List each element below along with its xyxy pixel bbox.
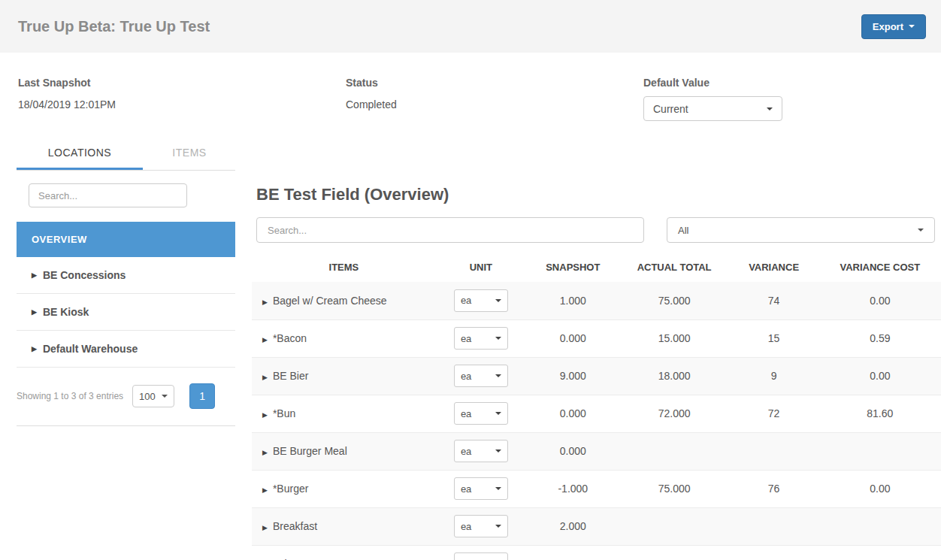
sidebar-location-item[interactable]: ▶ Default Warehouse — [17, 331, 235, 368]
showing-entries-text: Showing 1 to 3 of 3 entries — [17, 391, 123, 401]
unit-select[interactable]: ea — [454, 477, 508, 500]
caret-down-icon — [495, 374, 501, 377]
variance-value: 72 — [729, 395, 819, 432]
unit-select[interactable]: ea — [454, 515, 508, 537]
table-row: ▶BE Burger Meal ea 0.000 — [252, 432, 941, 470]
sidebar-search-input[interactable] — [29, 183, 187, 207]
table-row: ▶Bagel w/ Cream Cheese ea 1.000 75.000 7… — [252, 282, 941, 319]
table-row: ▶*Burger ea -1.000 75.000 76 0.00 — [252, 470, 941, 507]
table-row: ▶*Cheese ea 0.000 90.000 90 0.00 — [252, 545, 941, 560]
unit-value: ea — [461, 521, 471, 532]
export-button[interactable]: Export — [861, 14, 926, 39]
expand-caret-icon[interactable]: ▶ — [262, 411, 268, 419]
caret-down-icon — [495, 412, 501, 415]
tab-locations[interactable]: LOCATIONS — [17, 139, 143, 170]
caret-down-icon — [918, 229, 924, 232]
caret-down-icon — [495, 299, 501, 302]
content: OVERVIEW ▶ BE Concessions ▶ BE Kiosk ▶ D… — [0, 170, 941, 560]
default-value-select[interactable]: Current — [643, 96, 782, 121]
col-header-actual-total: ACTUAL TOTAL — [620, 256, 729, 282]
actual-total-value: 15.000 — [620, 319, 729, 357]
tab-items[interactable]: ITEMS — [143, 139, 236, 170]
variance-cost-value: 0.59 — [819, 319, 941, 357]
expand-caret-icon[interactable]: ▶ — [32, 346, 37, 353]
default-value-block: Default Value Current — [643, 77, 782, 121]
location-label: Default Warehouse — [43, 343, 138, 355]
snapshot-value: 0.000 — [526, 432, 620, 470]
unit-value: ea — [461, 483, 471, 495]
page-size-select[interactable]: 100 — [132, 385, 174, 407]
default-value-label: Default Value — [643, 77, 782, 89]
expand-caret-icon[interactable]: ▶ — [262, 336, 268, 344]
variance-value: 76 — [729, 470, 819, 507]
filter-selected-value: All — [678, 225, 688, 236]
app-header: True Up Beta: True Up Test Export — [0, 0, 941, 53]
table-row: ▶BE Bier ea 9.000 18.000 9 0.00 — [252, 357, 941, 395]
last-snapshot-block: Last Snapshot 18/04/2019 12:01PM — [18, 77, 346, 121]
expand-caret-icon[interactable]: ▶ — [262, 449, 268, 456]
item-name: *Bun — [273, 407, 295, 419]
caret-down-icon — [909, 25, 915, 28]
actual-total-value: 75.000 — [620, 282, 729, 319]
unit-select[interactable]: ea — [454, 327, 508, 350]
default-value-selected: Current — [653, 103, 688, 115]
variance-cost-value — [819, 507, 941, 545]
caret-down-icon — [495, 525, 501, 528]
unit-value: ea — [461, 295, 471, 306]
expand-caret-icon[interactable]: ▶ — [262, 298, 268, 306]
unit-value: ea — [461, 371, 471, 382]
actual-total-value — [620, 507, 729, 545]
caret-down-icon — [162, 395, 168, 398]
unit-select[interactable]: ea — [454, 365, 508, 387]
info-strip: Last Snapshot 18/04/2019 12:01PM Status … — [0, 53, 941, 121]
tab-bar: LOCATIONS ITEMS — [17, 139, 941, 170]
filter-row: All — [252, 217, 941, 243]
variance-cost-value: 0.00 — [819, 357, 941, 395]
main-panel: BE Test Field (Overview) All ITEMS UNIT … — [252, 170, 941, 560]
item-name: *Burger — [273, 483, 308, 495]
variance-value: 9 — [729, 357, 819, 395]
last-snapshot-label: Last Snapshot — [18, 77, 346, 89]
expand-caret-icon[interactable]: ▶ — [262, 486, 268, 494]
filter-select[interactable]: All — [667, 217, 935, 243]
actual-total-value: 18.000 — [620, 357, 729, 395]
locations-list: OVERVIEW ▶ BE Concessions ▶ BE Kiosk ▶ D… — [17, 222, 235, 368]
location-label: BE Concessions — [43, 269, 126, 281]
last-snapshot-value: 18/04/2019 12:01PM — [18, 98, 346, 110]
unit-select[interactable]: ea — [454, 440, 508, 462]
table-row: ▶*Bacon ea 0.000 15.000 15 0.59 — [252, 319, 941, 357]
expand-caret-icon[interactable]: ▶ — [32, 309, 37, 316]
sidebar-location-item[interactable]: ▶ BE Kiosk — [17, 294, 235, 331]
variance-value: 74 — [729, 282, 819, 319]
location-label: BE Kiosk — [43, 306, 89, 318]
page-title: True Up Beta: True Up Test — [18, 18, 210, 35]
unit-value: ea — [461, 408, 471, 419]
expand-caret-icon[interactable]: ▶ — [262, 374, 268, 381]
expand-caret-icon[interactable]: ▶ — [32, 272, 37, 279]
variance-value: 90 — [729, 545, 819, 560]
export-button-label: Export — [873, 21, 903, 32]
sidebar-location-item[interactable]: ▶ BE Concessions — [17, 257, 235, 294]
sidebar-item-overview[interactable]: OVERVIEW — [17, 222, 235, 257]
col-header-variance-cost: VARIANCE COST — [819, 256, 941, 282]
variance-value — [729, 432, 819, 470]
variance-cost-value: 0.00 — [819, 545, 941, 560]
variance-value: 15 — [729, 319, 819, 357]
page-1-button[interactable]: 1 — [189, 383, 215, 409]
unit-select[interactable]: ea — [454, 402, 508, 425]
status-block: Status Completed — [346, 77, 643, 121]
unit-select[interactable]: ea — [454, 289, 508, 312]
table-row: ▶Breakfast ea 2.000 — [252, 507, 941, 545]
unit-select[interactable]: ea — [454, 552, 508, 560]
expand-caret-icon[interactable]: ▶ — [262, 524, 268, 531]
snapshot-value: 0.000 — [526, 395, 620, 432]
status-label: Status — [346, 77, 643, 89]
col-header-variance: VARIANCE — [729, 256, 819, 282]
items-search-input[interactable] — [256, 217, 644, 243]
items-table: ITEMS UNIT SNAPSHOT ACTUAL TOTAL VARIANC… — [252, 256, 941, 560]
table-row: ▶*Bun ea 0.000 72.000 72 81.60 — [252, 395, 941, 432]
snapshot-value: 0.000 — [526, 319, 620, 357]
caret-down-icon — [767, 107, 773, 110]
locations-sidebar: OVERVIEW ▶ BE Concessions ▶ BE Kiosk ▶ D… — [17, 170, 235, 426]
item-name: *Bacon — [273, 332, 307, 344]
